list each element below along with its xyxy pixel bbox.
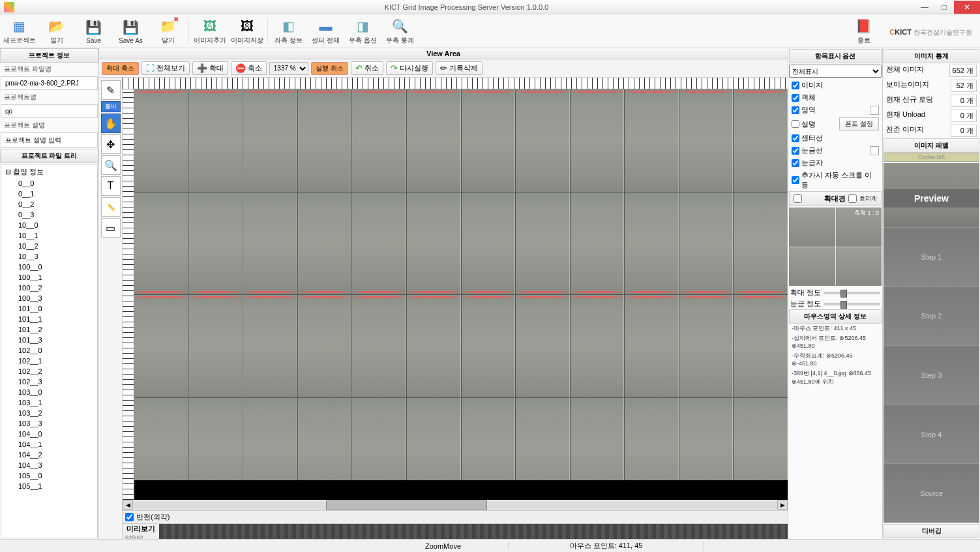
tree-item[interactable]: 101__1 — [3, 314, 96, 324]
tree-item[interactable]: 0__3 — [3, 209, 96, 220]
tree-item[interactable]: 10__3 — [3, 251, 96, 262]
right-panel: 항목표시 옵션 전체표시 이미지 객체 영역 설명폰트 설정 센터선 눈금선 눈… — [788, 48, 882, 539]
horizontal-scrollbar[interactable]: ◀ ▶ — [123, 500, 788, 510]
chk-grid[interactable] — [792, 147, 799, 155]
save-as-button[interactable]: 💾Save As — [113, 16, 149, 46]
tree-item[interactable]: 102__2 — [3, 366, 96, 376]
tree-item[interactable]: 0__1 — [3, 189, 96, 199]
panel-center-icon: ▬ — [317, 17, 335, 35]
save-button[interactable]: 💾Save — [76, 16, 111, 46]
preview-step[interactable]: Source — [883, 463, 979, 523]
clear-log-button[interactable]: ✏기록삭제 — [436, 61, 483, 75]
maximize-button[interactable]: □ — [934, 1, 954, 14]
tree-item[interactable]: 105__0 — [3, 470, 96, 481]
save-image-button[interactable]: 🖼이미지저장 — [229, 16, 265, 46]
view-all-button[interactable]: ⛶전체보기 — [141, 61, 190, 75]
tree-item[interactable]: 101__0 — [3, 303, 96, 314]
scroll-left-icon[interactable]: ◀ — [123, 500, 133, 510]
tree-item[interactable]: 0__2 — [3, 199, 96, 209]
tree-item[interactable]: 104__2 — [3, 450, 96, 460]
tree-item[interactable]: 0__0 — [3, 178, 96, 189]
preview-step[interactable]: Step 3 — [883, 345, 979, 405]
tree-item[interactable]: 100__0 — [3, 262, 96, 272]
zoom-slider[interactable] — [824, 292, 880, 294]
chk-mag-enable[interactable] — [794, 194, 802, 203]
minus-icon: ⛔ — [235, 63, 246, 73]
tree-item[interactable]: 104__3 — [3, 460, 96, 470]
tree-item[interactable]: 101__2 — [3, 324, 96, 335]
exit-button[interactable]: 📕종료 — [846, 17, 882, 45]
undo-exec-button[interactable]: 실행 취소 — [311, 62, 348, 75]
chk-object[interactable] — [792, 94, 799, 102]
tree-item[interactable]: 104__1 — [3, 439, 96, 450]
font-settings-button[interactable]: 폰트 설정 — [839, 117, 879, 130]
zoom-in-button[interactable]: ➕확대 — [192, 61, 228, 75]
desc-field[interactable]: 프로젝트 설명 입력 — [1, 132, 98, 148]
file-tree[interactable]: ⊟ 촬영 정보 0__00__10__20__310__010__110__21… — [1, 164, 98, 538]
image-canvas[interactable] — [134, 89, 788, 500]
tree-item[interactable]: 100__3 — [3, 293, 96, 303]
chk-autoscroll[interactable] — [792, 176, 799, 184]
invert-checkbox[interactable] — [125, 513, 134, 521]
redo-button[interactable]: ↷다시실행 — [386, 61, 433, 75]
right-stat-button[interactable]: 🔍우측 통계 — [382, 16, 418, 46]
minimize-button[interactable]: — — [915, 1, 934, 14]
tree-item[interactable]: 102__1 — [3, 356, 96, 366]
left-info-button[interactable]: ◧좌측 정보 — [271, 16, 306, 46]
tree-item[interactable]: 105__1 — [3, 481, 96, 491]
chk-ruler[interactable] — [792, 159, 799, 167]
pointer-tool[interactable]: ✥ — [101, 134, 121, 154]
close-button[interactable]: ✕ — [954, 1, 980, 14]
tree-item[interactable]: 102__0 — [3, 345, 96, 356]
rect-tool[interactable]: ▭ — [101, 218, 121, 238]
tree-item[interactable]: 103__2 — [3, 408, 96, 418]
chk-desc[interactable] — [792, 120, 799, 128]
close-project-button[interactable]: 📁✖닫기 — [150, 16, 186, 46]
name-field[interactable]: qo — [1, 104, 98, 118]
undo-button[interactable]: ↶취소 — [351, 61, 383, 75]
scroll-right-icon[interactable]: ▶ — [777, 500, 788, 510]
tree-item[interactable]: 103__0 — [3, 387, 96, 397]
region-color-swatch[interactable] — [870, 106, 879, 115]
tree-item[interactable]: 103__3 — [3, 418, 96, 429]
chk-region[interactable] — [792, 106, 799, 114]
tree-header: 프로젝트 파일 트리 — [0, 149, 98, 163]
view-toolbar: 확대 축소 ⛶전체보기 ➕확대 ⛔축소 1337 % 실행 취소 ↶취소 ↷다시… — [99, 59, 788, 78]
zoom-tool[interactable]: 🔍 — [101, 155, 121, 175]
center-all-button[interactable]: ▬센터 전체 — [308, 16, 344, 46]
tree-item[interactable]: 101__3 — [3, 335, 96, 345]
grid-color-swatch[interactable] — [870, 146, 879, 155]
zoom-out-button[interactable]: ⛔축소 — [231, 61, 267, 75]
save-icon: 💾 — [85, 18, 103, 37]
toolbar-tab[interactable]: 툴바 — [101, 101, 121, 112]
ruler-tool[interactable]: 📏 — [101, 197, 121, 217]
tree-item[interactable]: 104__0 — [3, 429, 96, 439]
add-image-button[interactable]: 🖼이미지추가 — [192, 16, 228, 46]
right-option-button[interactable]: ◨우측 옵션 — [345, 16, 381, 46]
new-project-button[interactable]: ▦새프로젝트 — [1, 16, 37, 46]
tree-item[interactable]: 10__0 — [3, 220, 96, 230]
grid-slider[interactable] — [824, 303, 880, 305]
tree-item[interactable]: 100__1 — [3, 272, 96, 283]
pen-tool[interactable]: ✎ — [101, 80, 121, 100]
zoom-select[interactable]: 1337 % — [269, 62, 308, 75]
tree-item[interactable]: 100__2 — [3, 283, 96, 293]
text-tool[interactable]: T — [101, 176, 121, 196]
preview-step[interactable]: Step 2 — [883, 286, 979, 346]
tree-root[interactable]: ⊟ 촬영 정보 — [3, 166, 96, 178]
exit-icon: 📕 — [855, 17, 873, 35]
tree-item[interactable]: 10__1 — [3, 230, 96, 241]
tree-item[interactable]: 10__2 — [3, 241, 96, 251]
preview-step[interactable]: Step 1 — [883, 227, 979, 286]
chk-center[interactable] — [792, 134, 799, 142]
preview-step[interactable]: Step 4 — [883, 405, 979, 464]
tree-item[interactable]: 102__3 — [3, 376, 96, 387]
chk-draw[interactable] — [848, 194, 857, 203]
tree-item[interactable]: 103__1 — [3, 397, 96, 408]
display-select[interactable]: 전체표시 — [789, 65, 882, 78]
zoom-fit-button[interactable]: 확대 축소 — [102, 62, 139, 75]
chk-image[interactable] — [792, 82, 799, 89]
hand-tool[interactable]: ✋ — [101, 114, 121, 133]
open-button[interactable]: 📂열기 — [38, 16, 74, 46]
file-field[interactable]: pma-02-ma-3-600_2.PRJ — [1, 76, 98, 90]
